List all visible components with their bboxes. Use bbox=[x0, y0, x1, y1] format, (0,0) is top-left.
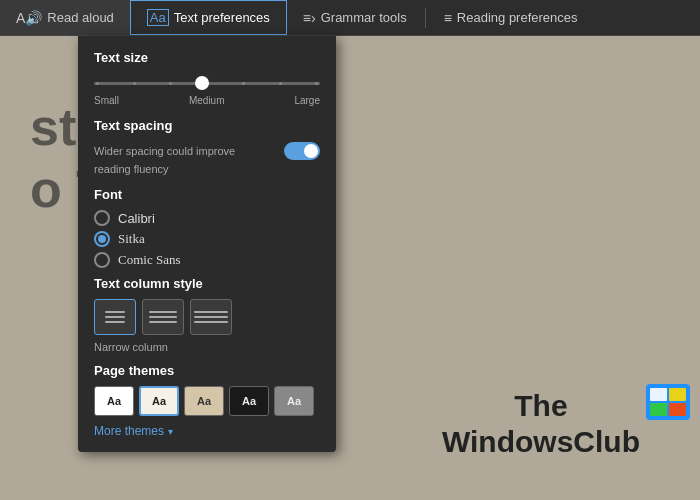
svg-rect-1 bbox=[650, 388, 667, 401]
col-line-n3 bbox=[105, 321, 125, 323]
font-option-calibri[interactable]: Calibri bbox=[94, 210, 320, 226]
col-line-w2 bbox=[194, 316, 228, 318]
nav-read-aloud[interactable]: A🔊 Read aloud bbox=[0, 0, 130, 35]
text-spacing-row: Wider spacing could improve reading flue… bbox=[94, 141, 320, 177]
slider-dot-1 bbox=[96, 82, 99, 85]
bg-logo-area: TheWindowsClub bbox=[442, 388, 640, 460]
slider-dot-2 bbox=[133, 82, 136, 85]
col-line-n2 bbox=[105, 316, 125, 318]
text-spacing-description: Wider spacing could improve reading flue… bbox=[94, 141, 274, 177]
theme-dark-label: Aa bbox=[242, 395, 256, 407]
read-aloud-icon: A🔊 bbox=[16, 10, 42, 26]
col-line-m3 bbox=[149, 321, 177, 323]
text-size-label: Text size bbox=[94, 50, 320, 65]
slider-dot-7 bbox=[315, 82, 318, 85]
slider-thumb[interactable] bbox=[195, 76, 209, 90]
column-style-row bbox=[94, 299, 320, 335]
slider-line bbox=[94, 82, 320, 85]
slider-max-label: Large bbox=[294, 95, 320, 106]
nav-read-aloud-label: Read aloud bbox=[47, 10, 114, 25]
nav-bar: A🔊 Read aloud Aa Text preferences ≡› Gra… bbox=[0, 0, 700, 36]
col-line-n1 bbox=[105, 311, 125, 313]
nav-divider bbox=[425, 8, 426, 28]
text-spacing-label: Text spacing bbox=[94, 118, 320, 133]
col-line-w3 bbox=[194, 321, 228, 323]
column-btn-medium[interactable] bbox=[142, 299, 184, 335]
text-size-slider-container: Small Medium Large bbox=[94, 73, 320, 106]
more-themes-link[interactable]: More themes bbox=[94, 424, 164, 438]
grammar-tools-icon: ≡› bbox=[303, 10, 316, 26]
slider-track[interactable] bbox=[94, 73, 320, 93]
theme-btn-dark[interactable]: Aa bbox=[229, 386, 269, 416]
reading-preferences-icon: ≡ bbox=[444, 10, 452, 26]
slider-dot-5 bbox=[242, 82, 245, 85]
svg-rect-4 bbox=[669, 403, 686, 416]
radio-sitka[interactable] bbox=[94, 231, 110, 247]
themes-row: Aa Aa Aa Aa Aa bbox=[94, 386, 320, 416]
nav-grammar-tools[interactable]: ≡› Grammar tools bbox=[287, 0, 423, 35]
toggle-knob bbox=[304, 144, 318, 158]
more-themes-row[interactable]: More themes ▾ bbox=[94, 424, 320, 438]
radio-calibri[interactable] bbox=[94, 210, 110, 226]
theme-btn-sepia[interactable]: Aa bbox=[184, 386, 224, 416]
theme-btn-darker[interactable]: Aa bbox=[274, 386, 314, 416]
nav-reading-preferences-label: Reading preferences bbox=[457, 10, 578, 25]
slider-dot-3 bbox=[169, 82, 172, 85]
theme-sepia-label: Aa bbox=[197, 395, 211, 407]
theme-btn-white[interactable]: Aa bbox=[94, 386, 134, 416]
slider-dot-6 bbox=[279, 82, 282, 85]
font-sitka-label: Sitka bbox=[118, 231, 145, 247]
windows-club-logo-icon bbox=[646, 384, 690, 420]
svg-rect-3 bbox=[650, 403, 667, 416]
theme-btn-light[interactable]: Aa bbox=[139, 386, 179, 416]
nav-text-preferences-label: Text preferences bbox=[174, 10, 270, 25]
font-option-sitka[interactable]: Sitka bbox=[94, 231, 320, 247]
nav-grammar-tools-label: Grammar tools bbox=[321, 10, 407, 25]
page-themes-label: Page themes bbox=[94, 363, 320, 378]
col-line-m2 bbox=[149, 316, 177, 318]
text-preferences-panel: Text size Small Medium Large Tex bbox=[78, 36, 336, 452]
font-option-comic-sans[interactable]: Comic Sans bbox=[94, 252, 320, 268]
column-btn-narrow[interactable] bbox=[94, 299, 136, 335]
svg-rect-2 bbox=[669, 388, 686, 401]
text-spacing-toggle[interactable] bbox=[284, 142, 320, 160]
col-line-w1 bbox=[194, 311, 228, 313]
theme-darker-label: Aa bbox=[287, 395, 301, 407]
radio-comic-sans[interactable] bbox=[94, 252, 110, 268]
nav-text-preferences[interactable]: Aa Text preferences bbox=[130, 0, 287, 35]
font-comic-sans-label: Comic Sans bbox=[118, 252, 180, 268]
font-calibri-label: Calibri bbox=[118, 211, 155, 226]
font-label: Font bbox=[94, 187, 320, 202]
bg-logo-text: TheWindowsClub bbox=[442, 388, 640, 460]
theme-white-label: Aa bbox=[107, 395, 121, 407]
slider-min-label: Small bbox=[94, 95, 119, 106]
column-btn-wide[interactable] bbox=[190, 299, 232, 335]
chevron-down-icon: ▾ bbox=[168, 426, 173, 437]
text-preferences-icon: Aa bbox=[147, 9, 169, 26]
active-column-label: Narrow column bbox=[94, 341, 320, 353]
column-style-label: Text column style bbox=[94, 276, 320, 291]
text-spacing-sublabel: Wider spacing could improve reading flue… bbox=[94, 145, 235, 175]
slider-mid-label: Medium bbox=[189, 95, 225, 106]
nav-reading-preferences[interactable]: ≡ Reading preferences bbox=[428, 0, 594, 35]
radio-sitka-inner bbox=[98, 235, 106, 243]
theme-light-label: Aa bbox=[152, 395, 166, 407]
slider-labels: Small Medium Large bbox=[94, 95, 320, 106]
col-line-m1 bbox=[149, 311, 177, 313]
